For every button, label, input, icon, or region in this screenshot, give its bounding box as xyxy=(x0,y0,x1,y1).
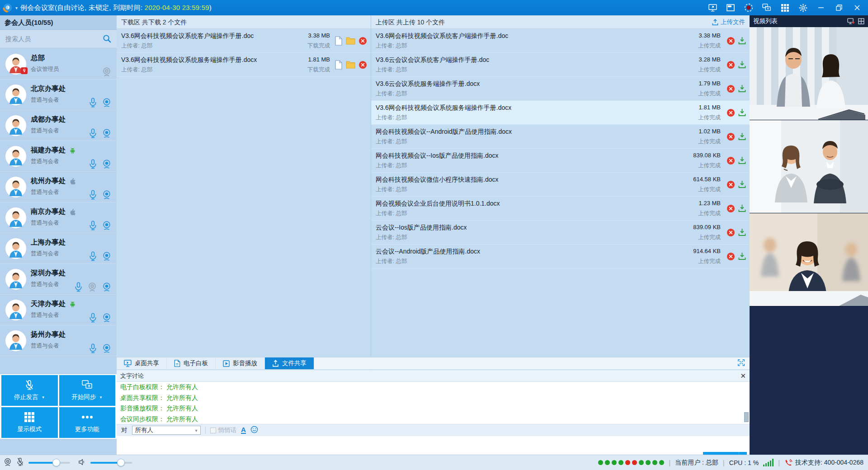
webcam-icon[interactable] xyxy=(102,221,111,230)
whisper-checkbox[interactable] xyxy=(210,428,216,433)
dropdown-caret-icon[interactable]: ▼ xyxy=(42,395,45,400)
video-tile[interactable] xyxy=(750,213,868,306)
display-mode-button[interactable]: 显示模式 xyxy=(1,407,58,438)
window-mode-icon[interactable] xyxy=(726,3,735,12)
webcam-icon[interactable] xyxy=(102,282,111,292)
mic-icon[interactable] xyxy=(89,343,97,353)
upload-file-row[interactable]: 网会视频会议企业后台使用说明书1.0.1.docx 上传者: 总部 1.23 M… xyxy=(371,197,750,221)
webcam-icon[interactable] xyxy=(102,343,111,353)
participant-row[interactable]: 成都办事处 普通与会者 xyxy=(0,110,117,141)
chat-message-input[interactable] xyxy=(117,436,750,454)
scrollbar-thumb[interactable] xyxy=(744,412,749,422)
tab-desktop-share[interactable]: 桌面共享 xyxy=(117,357,167,369)
remove-file-icon[interactable] xyxy=(726,37,735,45)
maximize-button[interactable] xyxy=(835,3,844,12)
mic-muted-icon[interactable] xyxy=(16,457,24,468)
recipient-select[interactable]: 所有人 ▾ xyxy=(132,426,201,435)
participant-row[interactable]: 福建办事处 普通与会者 xyxy=(0,141,117,172)
webcam-icon[interactable] xyxy=(102,128,111,138)
upload-file-row[interactable]: 网会科技视频会议--Android版产品使用指南.docx 上传者: 总部 1.… xyxy=(371,125,750,149)
download-file-icon[interactable] xyxy=(738,108,746,117)
download-file-icon[interactable] xyxy=(738,156,746,164)
speaker-volume-slider[interactable] xyxy=(90,462,132,464)
webcam-icon[interactable] xyxy=(102,159,111,169)
remove-file-icon[interactable] xyxy=(726,180,735,189)
mic-icon[interactable] xyxy=(89,128,97,138)
record-icon[interactable] xyxy=(744,3,753,12)
mic-icon[interactable] xyxy=(89,98,97,108)
download-file-row[interactable]: V3.6网会科技视频会议系统服务端操作手册.docx 上传者: 总部 1.81 … xyxy=(117,53,371,77)
emoji-icon[interactable] xyxy=(250,426,258,435)
chat-scrollbar[interactable] xyxy=(744,382,749,424)
webcam-icon[interactable] xyxy=(102,190,111,200)
remove-file-icon[interactable] xyxy=(726,132,735,141)
start-sync-button[interactable]: 开始同步▼ xyxy=(59,375,116,406)
participant-row[interactable]: 天津办事处 普通与会者 xyxy=(0,295,117,325)
remove-file-icon[interactable] xyxy=(726,108,735,117)
remove-file-icon[interactable] xyxy=(726,252,735,261)
download-file-icon[interactable] xyxy=(738,85,746,93)
stop-speaking-button[interactable]: 停止发言▼ xyxy=(1,375,58,406)
open-file-icon[interactable] xyxy=(335,60,343,70)
tab-file-share[interactable]: 文件共享 xyxy=(265,357,314,369)
slider-knob[interactable] xyxy=(117,459,125,466)
download-file-icon[interactable] xyxy=(738,228,746,236)
video-tile[interactable] xyxy=(750,27,868,120)
mic-volume-slider[interactable] xyxy=(28,462,70,464)
mic-icon[interactable] xyxy=(89,190,97,200)
upload-file-row[interactable]: V3.6网会科技视频会议系统客户端操作手册.doc 上传者: 总部 3.38 M… xyxy=(371,29,750,53)
webcam-icon[interactable] xyxy=(102,98,111,108)
tab-media-play[interactable]: 影音播放 xyxy=(216,357,265,369)
download-file-icon[interactable] xyxy=(738,204,746,212)
download-file-icon[interactable] xyxy=(738,61,746,69)
download-file-icon[interactable] xyxy=(738,252,746,260)
more-functions-button[interactable]: 更多功能 xyxy=(59,407,116,438)
mic-icon[interactable] xyxy=(75,282,82,292)
participant-row[interactable]: 杭州办事处 普通与会者 xyxy=(0,172,117,202)
upload-file-row[interactable]: 云会议--Android版产品使用指南.docx 上传者: 总部 914.64 … xyxy=(371,244,750,268)
remove-file-icon[interactable] xyxy=(726,85,735,93)
sync-screens-icon[interactable] xyxy=(762,3,771,12)
remove-file-icon[interactable] xyxy=(726,204,735,213)
video-layout-grid-icon[interactable] xyxy=(858,18,864,24)
webcam-status-icon[interactable] xyxy=(4,458,12,468)
participant-row[interactable]: 总部 会议管理员 xyxy=(0,49,117,80)
mic-icon[interactable] xyxy=(89,313,97,323)
settings-gear-icon[interactable] xyxy=(798,3,807,12)
tab-whiteboard[interactable]: 电子白板 xyxy=(167,357,216,369)
participant-row[interactable]: 北京办事处 普通与会者 xyxy=(0,80,117,110)
participant-row[interactable]: 南京办事处 普通与会者 xyxy=(0,202,117,233)
participant-row[interactable]: 上海办事处 普通与会者 xyxy=(0,233,117,264)
upload-file-link[interactable]: 上传文件 xyxy=(712,15,745,29)
upload-file-row[interactable]: V3.6云会议系统服务端操作手册.docx 上传者: 总部 1.79 MB 上传… xyxy=(371,77,750,101)
remove-file-icon[interactable] xyxy=(726,228,735,237)
screen-share-icon[interactable] xyxy=(708,3,717,12)
participant-row[interactable]: 深圳办事处 普通与会者 xyxy=(0,264,117,295)
close-icon[interactable]: ✕ xyxy=(740,370,746,382)
remove-file-icon[interactable] xyxy=(359,61,367,69)
close-button[interactable] xyxy=(853,3,862,12)
open-file-icon[interactable] xyxy=(335,36,343,46)
camera-display-icon[interactable] xyxy=(847,18,854,24)
remove-file-icon[interactable] xyxy=(726,61,735,69)
speaker-icon[interactable] xyxy=(78,458,86,467)
minimize-button[interactable] xyxy=(816,3,826,12)
webcam-off-icon[interactable] xyxy=(102,67,111,77)
download-file-row[interactable]: V3.6网会科技视频会议系统客户端操作手册.doc 上传者: 总部 3.38 M… xyxy=(117,29,371,53)
mic-icon[interactable] xyxy=(89,251,97,261)
webcam-off-icon[interactable] xyxy=(88,282,97,292)
upload-file-row[interactable]: 网会科技视频会议--Ios版产品使用指南.docx 上传者: 总部 839.08… xyxy=(371,149,750,173)
download-file-icon[interactable] xyxy=(738,132,746,141)
font-style-icon[interactable]: A xyxy=(241,427,246,434)
download-file-icon[interactable] xyxy=(738,37,746,45)
chevron-down-icon[interactable]: ▾ xyxy=(15,5,18,10)
dropdown-caret-icon[interactable]: ▼ xyxy=(99,395,103,400)
remove-file-icon[interactable] xyxy=(359,37,367,45)
slider-knob[interactable] xyxy=(52,459,60,466)
webcam-icon[interactable] xyxy=(102,313,111,323)
upload-file-row[interactable]: V3.6云会议会议系统客户端操作手册.doc 上传者: 总部 3.28 MB 上… xyxy=(371,53,750,77)
webcam-icon[interactable] xyxy=(102,251,111,261)
mic-icon[interactable] xyxy=(89,159,97,169)
app-logo-icon[interactable] xyxy=(3,3,13,13)
upload-file-row[interactable]: V3.6网会科技视频会议系统服务端操作手册.docx 上传者: 总部 1.81 … xyxy=(371,101,750,125)
